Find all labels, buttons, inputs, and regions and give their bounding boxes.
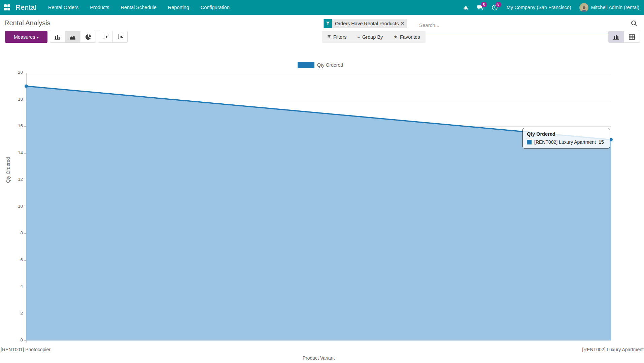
- y-tick-label: 6: [2, 257, 23, 262]
- menu-configuration[interactable]: Configuration: [195, 0, 235, 15]
- rental-analysis-page: Rental Rental Orders Products Rental Sch…: [0, 0, 644, 363]
- navbar-right: 5 5 My Company (San Francisco) Mitchell …: [455, 3, 639, 12]
- tooltip-value: 15: [599, 139, 604, 145]
- messages-icon[interactable]: 5: [477, 4, 483, 10]
- y-axis-title: Qty Ordered: [5, 157, 11, 183]
- facet-filter-funnel-icon: [324, 19, 332, 28]
- y-tick-mark: [24, 153, 26, 154]
- y-tick-label: 8: [2, 230, 23, 235]
- y-tick-label: 14: [2, 150, 23, 155]
- sort-ascending-button[interactable]: [113, 31, 127, 42]
- search-magnifier-icon[interactable]: [631, 20, 637, 28]
- x-tick-left: [RENT001] Photocopier: [1, 347, 50, 352]
- area-chart-button[interactable]: [65, 31, 80, 42]
- y-tick-label: 20: [2, 70, 23, 75]
- bar-chart-button[interactable]: [50, 31, 65, 42]
- menu-rental-orders[interactable]: Rental Orders: [42, 0, 84, 15]
- y-tick-label: 2: [2, 311, 23, 316]
- tooltip-header: Qty Ordered: [527, 131, 606, 137]
- legend-swatch[interactable]: [298, 62, 314, 68]
- filters-button[interactable]: Filters: [327, 34, 346, 40]
- x-axis-title: Product Variant: [26, 355, 611, 361]
- search-input[interactable]: [418, 20, 628, 34]
- area-chart-svg[interactable]: [26, 73, 611, 340]
- menu-products[interactable]: Products: [84, 0, 115, 15]
- top-navbar: Rental Rental Orders Products Rental Sch…: [0, 0, 644, 15]
- y-tick-mark: [24, 180, 26, 180]
- search-facet[interactable]: Orders Have Rental Products ✖: [324, 19, 407, 28]
- y-tick-mark: [24, 233, 26, 234]
- caret-down-icon: ▾: [37, 35, 39, 39]
- pie-chart-button[interactable]: [80, 31, 96, 42]
- y-tick-label: 4: [2, 284, 23, 289]
- messages-badge: 5: [481, 2, 487, 7]
- tooltip-row: [RENT002] Luxury Apartment 15: [527, 139, 606, 145]
- pivot-view-button[interactable]: [624, 31, 640, 42]
- y-tick-mark: [24, 73, 26, 73]
- y-tick-label: 10: [2, 204, 23, 209]
- y-tick-label: 0: [2, 337, 23, 342]
- chart-type-group: [50, 31, 96, 43]
- filter-funnel-icon: [327, 35, 331, 39]
- main-menu: Rental Orders Products Rental Schedule R…: [42, 0, 235, 15]
- data-point[interactable]: [25, 85, 28, 88]
- tooltip-series-swatch: [527, 140, 532, 144]
- sort-descending-button[interactable]: [98, 31, 113, 42]
- debug-bug-icon[interactable]: [463, 5, 469, 10]
- y-tick-mark: [24, 100, 26, 100]
- group-by-button[interactable]: ≡ Group By: [357, 34, 383, 40]
- sort-group: [98, 31, 128, 43]
- menu-reporting[interactable]: Reporting: [162, 0, 195, 15]
- y-tick-mark: [24, 207, 26, 207]
- user-avatar[interactable]: [579, 3, 588, 12]
- group-by-bars-icon: ≡: [357, 34, 360, 39]
- y-tick-label: 18: [2, 97, 23, 102]
- menu-rental-schedule[interactable]: Rental Schedule: [115, 0, 162, 15]
- star-icon: ★: [394, 34, 398, 39]
- y-tick-mark: [24, 314, 26, 314]
- apps-menu-icon[interactable]: [4, 4, 10, 10]
- search-options-panel: Filters ≡ Group By ★ Favorites: [322, 31, 426, 43]
- y-tick-mark: [24, 287, 26, 287]
- app-name[interactable]: Rental: [15, 3, 36, 11]
- measures-button[interactable]: Measures▾: [5, 31, 47, 43]
- legend-label[interactable]: Qty Ordered: [317, 62, 343, 68]
- y-tick-mark: [24, 126, 26, 127]
- user-menu[interactable]: Mitchell Admin (rental): [591, 5, 639, 10]
- favorites-button[interactable]: ★ Favorites: [394, 34, 420, 40]
- company-switcher[interactable]: My Company (San Francisco): [507, 5, 571, 10]
- graph-view-button[interactable]: [609, 31, 624, 42]
- tooltip-label: [RENT002] Luxury Apartment: [534, 139, 596, 145]
- facet-close-icon[interactable]: ✖: [401, 19, 407, 28]
- y-tick-label: 16: [2, 123, 23, 128]
- page-title: Rental Analysis: [4, 19, 50, 27]
- activities-clock-icon[interactable]: 5: [492, 4, 498, 11]
- y-tick-mark: [24, 340, 26, 341]
- chart-tooltip: Qty Ordered [RENT002] Luxury Apartment 1…: [522, 128, 610, 148]
- facet-label: Orders Have Rental Products: [332, 19, 401, 28]
- activities-badge: 5: [496, 2, 501, 7]
- view-switcher: [608, 31, 640, 43]
- x-tick-right: [RENT002] Luxury Apartment: [582, 347, 644, 352]
- gridline: [26, 340, 611, 341]
- y-tick-mark: [24, 260, 26, 261]
